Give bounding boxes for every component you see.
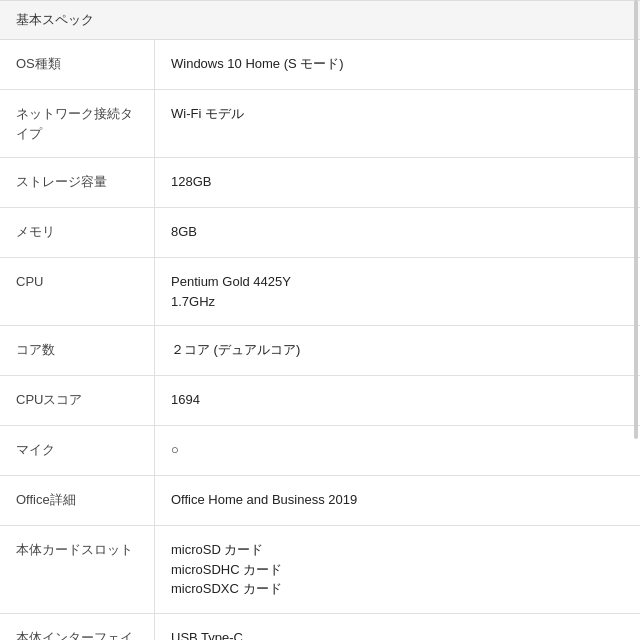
spec-value: Pentium Gold 4425Y1.7GHz (155, 258, 640, 325)
spec-container: 基本スペック OS種類Windows 10 Home (S モード)ネットワーク… (0, 0, 640, 640)
spec-label: マイク (0, 426, 155, 475)
spec-value: Wi-Fi モデル (155, 90, 640, 157)
spec-label: OS種類 (0, 40, 155, 89)
spec-value: 128GB (155, 158, 640, 207)
spec-label: 本体インターフェイス (0, 614, 155, 641)
spec-value: Windows 10 Home (S モード) (155, 40, 640, 89)
spec-label: ストレージ容量 (0, 158, 155, 207)
section-title: 基本スペック (16, 12, 94, 27)
spec-label: 本体カードスロット (0, 526, 155, 613)
scrollbar[interactable] (634, 0, 638, 439)
spec-label: メモリ (0, 208, 155, 257)
spec-label: CPU (0, 258, 155, 325)
table-row: OS種類Windows 10 Home (S モード) (0, 40, 640, 90)
table-row: ストレージ容量128GB (0, 158, 640, 208)
section-header: 基本スペック (0, 0, 640, 40)
spec-value: 8GB (155, 208, 640, 257)
spec-value: ○ (155, 426, 640, 475)
spec-label: CPUスコア (0, 376, 155, 425)
spec-value: USB Type-C (155, 614, 640, 641)
table-row: メモリ8GB (0, 208, 640, 258)
spec-value: 1694 (155, 376, 640, 425)
table-row: 本体インターフェイスUSB Type-C (0, 614, 640, 641)
spec-value: microSD カードmicroSDHC カードmicroSDXC カード (155, 526, 640, 613)
table-row: マイク○ (0, 426, 640, 476)
spec-value: ２コア (デュアルコア) (155, 326, 640, 375)
spec-label: Office詳細 (0, 476, 155, 525)
table-row: CPUPentium Gold 4425Y1.7GHz (0, 258, 640, 326)
table-row: CPUスコア1694 (0, 376, 640, 426)
table-row: 本体カードスロットmicroSD カードmicroSDHC カードmicroSD… (0, 526, 640, 614)
spec-label: ネットワーク接続タイプ (0, 90, 155, 157)
table-row: ネットワーク接続タイプWi-Fi モデル (0, 90, 640, 158)
spec-label: コア数 (0, 326, 155, 375)
table-row: コア数２コア (デュアルコア) (0, 326, 640, 376)
table-row: Office詳細Office Home and Business 2019 (0, 476, 640, 526)
spec-value: Office Home and Business 2019 (155, 476, 640, 525)
